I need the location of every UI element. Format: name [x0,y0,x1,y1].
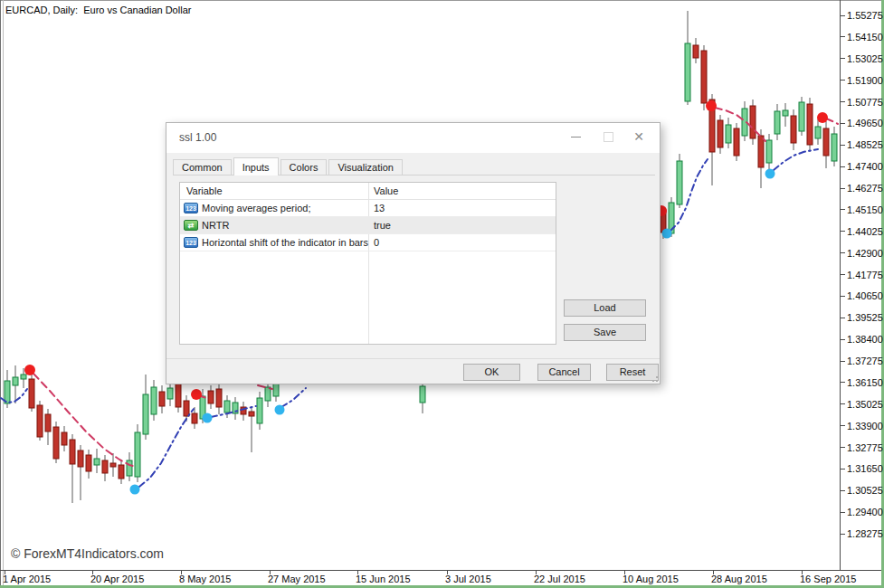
price-axis-tick [841,58,845,59]
date-label: 15 Jun 2015 [356,574,411,584]
price-label: 1.55275 [847,10,883,21]
close-button[interactable]: ✕ [623,123,654,150]
price-label: 1.41775 [847,270,883,280]
date-label: 27 May 2015 [268,574,326,584]
price-axis-tick [841,80,845,81]
numeric-type-icon: 123 [184,237,198,248]
price-label: 1.48525 [847,139,883,150]
price-axis-tick [841,101,845,102]
price-label: 1.42900 [847,248,883,259]
variable-name: Horizontal shift of the indicator in bar… [202,237,368,248]
tab-colors[interactable]: Colors [280,159,328,175]
price-axis-separator [840,0,841,570]
indicator-properties-dialog: ssl 1.00 ✕ CommonInputsColorsVisualizati… [166,122,661,384]
price-label: 1.53025 [847,53,883,64]
date-label: 20 Apr 2015 [90,574,144,584]
footer-divider [166,358,660,359]
date-label: 22 Jul 2015 [534,574,585,584]
variable-value[interactable]: true [374,220,391,231]
price-label: 1.32775 [847,442,883,453]
price-label: 1.37275 [847,356,883,366]
price-label: 1.50775 [847,97,883,108]
price-axis-tick [841,318,845,318]
price-label: 1.33900 [847,421,883,432]
price-axis-tick [841,512,845,513]
variable-value[interactable]: 0 [374,237,379,248]
price-label: 1.35025 [847,399,883,410]
minimize-button[interactable] [560,123,591,150]
minimize-icon [571,137,581,138]
dialog-titlebar[interactable]: ssl 1.00 ✕ [166,123,660,153]
price-axis-tick [841,534,845,535]
variable-name: Moving averages period; [202,203,310,213]
maximize-button[interactable] [593,123,623,150]
date-label: 3 Jul 2015 [445,574,491,584]
date-axis-separator [0,570,884,571]
table-row[interactable]: ⇄NRTRtrue [180,217,556,234]
date-label: 28 Aug 2015 [711,574,767,584]
price-axis-tick [841,361,845,362]
dialog-title: ssl 1.00 [179,131,216,144]
price-axis-tick [841,403,845,404]
price-label: 1.40650 [847,290,883,301]
dialog-tabstrip: CommonInputsColorsVisualization [173,158,404,175]
price-axis-tick [841,339,845,340]
variable-value[interactable]: 13 [374,203,385,213]
price-axis-tick [841,145,845,146]
numeric-type-icon: 123 [184,203,198,213]
price-label: 1.29400 [847,507,883,517]
column-header-value: Value [374,185,398,196]
inputs-table: VariableValue123Moving averages period;1… [179,182,556,345]
tab-common[interactable]: Common [173,159,232,175]
price-label: 1.45150 [847,204,883,215]
price-label: 1.38400 [847,334,883,345]
price-label: 1.46275 [847,183,883,194]
tab-inputs[interactable]: Inputs [233,157,279,175]
price-label: 1.47400 [847,161,883,172]
price-axis-tick [841,15,845,16]
price-label: 1.51900 [847,75,883,86]
price-axis-tick [841,231,845,232]
load-button[interactable]: Load [564,299,646,317]
price-axis-tick [841,382,845,383]
price-axis-tick [841,36,845,37]
watermark: © ForexMT4Indicators.com [11,546,164,561]
table-header-row: VariableValue [180,183,556,200]
price-axis-tick [841,252,845,253]
table-row[interactable]: 123Moving averages period;13 [180,200,556,217]
price-label: 1.30525 [847,485,883,496]
price-axis-tick [841,188,845,189]
date-label: 1 Apr 2015 [3,574,51,584]
column-header-variable: Variable [186,185,223,196]
date-label: 10 Aug 2015 [623,574,679,584]
price-axis-tick [841,209,845,210]
close-icon: ✕ [633,129,644,144]
tab-visualization[interactable]: Visualization [328,159,403,175]
mt4-chart-window: EURCAD, Daily: Euro vs Canadian Dollar ©… [0,0,884,588]
price-axis-tick [841,274,845,275]
price-axis-tick [841,123,845,124]
date-label: 8 May 2015 [179,574,231,584]
price-axis-tick [841,490,845,491]
price-axis-tick [841,425,845,426]
ok-button[interactable]: OK [463,364,520,381]
save-button[interactable]: Save [564,324,646,341]
price-label: 1.36150 [847,377,883,388]
price-axis-tick [841,469,845,469]
price-label: 1.31650 [847,463,883,474]
boolean-type-icon: ⇄ [184,220,198,231]
cancel-button[interactable]: Cancel [537,364,591,381]
price-axis-tick [841,296,845,297]
price-label: 1.28275 [847,528,883,539]
price-axis-tick [841,447,845,448]
price-label: 1.39525 [847,312,883,323]
resize-grip-icon[interactable] [651,375,658,382]
date-label: 16 Sep 2015 [800,574,856,584]
price-label: 1.49650 [847,118,883,128]
price-axis-tick [841,166,845,167]
price-label: 1.54150 [847,32,883,43]
maximize-icon [604,132,613,142]
price-label: 1.44025 [847,226,883,237]
variable-name: NRTR [202,220,229,231]
table-row[interactable]: 123Horizontal shift of the indicator in … [180,234,556,251]
